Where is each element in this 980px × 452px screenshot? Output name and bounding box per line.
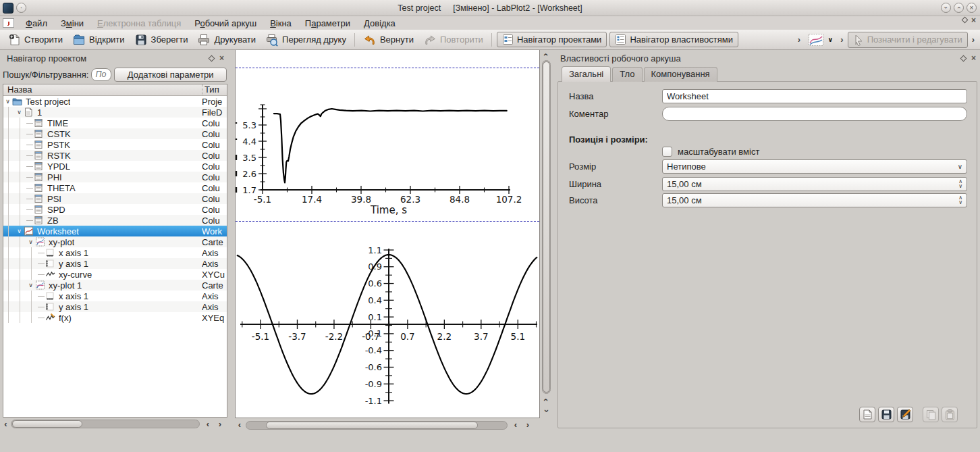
scroll-up-arrow[interactable]: ‹ (541, 395, 551, 405)
scroll-up-arrow[interactable]: ‹ (541, 50, 551, 59)
tab-general[interactable]: Загальні (562, 66, 611, 82)
expander-icon[interactable]: ∨ (26, 238, 35, 245)
print-preview-button[interactable]: Перегляд друку (261, 32, 351, 48)
open-button[interactable]: Відкрити (67, 32, 130, 48)
tree-row[interactable]: CSTKColu (3, 128, 227, 139)
column-header-type[interactable]: Тип (202, 84, 227, 95)
tree-row[interactable]: YPDLColu (3, 161, 227, 172)
tree-row[interactable]: PSIColu (3, 193, 227, 204)
dock-close-button[interactable]: × (219, 55, 224, 61)
comment-input[interactable] (662, 107, 967, 121)
tree-row[interactable]: SPDColu (3, 204, 227, 215)
properties-explorer-toggle[interactable]: Навігатор властивостями (609, 32, 738, 47)
menu-settings[interactable]: Параметри (299, 17, 356, 30)
xy-plot1-canvas[interactable]: 1.10.90.60.40.1-0.1-0.4-0.6-0.9-1.1-5.1-… (236, 221, 541, 418)
menu-help[interactable]: Довідка (358, 17, 402, 30)
menubar-float-button[interactable] (962, 17, 969, 24)
scrollbar-thumb[interactable] (543, 61, 550, 393)
tree-row[interactable]: TIMEColu (3, 118, 227, 128)
project-explorer-toggle[interactable]: Навігатор проектами (497, 32, 607, 47)
search-input[interactable] (91, 68, 111, 81)
tree-row[interactable]: THETAColu (3, 182, 227, 193)
worksheet-page[interactable]: 5.34.43.52.61.7-5.117.439.862.384.8107.2… (235, 50, 540, 418)
tab-layout[interactable]: Компонування (644, 67, 717, 82)
maximize-button[interactable]: ‹ (954, 3, 964, 13)
dock-close-button[interactable]: × (971, 55, 976, 61)
scrollbar-thumb[interactable] (12, 420, 82, 428)
tree-row[interactable]: ∨WorksheetWork (3, 226, 227, 236)
expander-icon[interactable]: ∨ (15, 109, 24, 116)
tree-guide (15, 150, 26, 161)
size-combobox[interactable]: Нетипове ∨ (662, 159, 967, 174)
scroll-down-arrow[interactable]: ‹ (541, 406, 551, 416)
tree-row[interactable]: ZBColu (3, 215, 227, 226)
spin-arrows-icon[interactable]: ∧∨ (958, 179, 962, 189)
tree-row[interactable]: y axis 1Axis (3, 258, 227, 269)
print-button[interactable]: Друкувати (192, 32, 261, 48)
tree-branch-line (26, 209, 33, 210)
tick-label: -0.7 (362, 331, 379, 342)
tree-row[interactable]: ∨1FileD (3, 107, 227, 118)
expander-icon[interactable]: ∨ (15, 228, 24, 234)
dock-float-button[interactable] (960, 55, 967, 61)
tree-guide (15, 128, 26, 139)
menubar-close-button[interactable]: × (971, 18, 976, 24)
menu-edit[interactable]: Зміни (55, 17, 90, 30)
menu-windows[interactable]: Вікна (264, 17, 298, 30)
advanced-options-button[interactable]: Додаткові параметри (114, 68, 227, 82)
scroll-left-arrow[interactable]: ‹ (510, 420, 521, 430)
scroll-left-arrow[interactable]: ‹ (235, 420, 244, 430)
minimize-button[interactable]: ‹ (941, 3, 951, 13)
save-button[interactable]: Зберегти (130, 32, 193, 48)
tree-row[interactable]: ∨Test projectProje (3, 96, 227, 107)
tree-row[interactable]: RSTKColu (3, 150, 227, 161)
save-as-template-button[interactable] (897, 407, 913, 422)
new-button[interactable]: Створити (3, 32, 67, 48)
scroll-right-arrow[interactable]: › (215, 420, 225, 429)
tree-row[interactable]: x axis 1Axis (3, 291, 227, 301)
width-spinbox[interactable]: 15,00 см ∧∨ (662, 177, 967, 191)
menu-file[interactable]: Файл (20, 17, 53, 30)
save-template-button[interactable] (878, 407, 894, 422)
tree-row[interactable]: x axis 1Axis (3, 247, 227, 258)
tree-row[interactable]: y axis 1Axis (3, 301, 227, 312)
menu-worksheet[interactable]: Робочий аркуш (188, 17, 263, 30)
tree-row[interactable]: xy-curveXYCu (3, 269, 227, 280)
tab-background[interactable]: Тло (612, 67, 642, 82)
spin-arrows-icon[interactable]: ∧∨ (958, 195, 962, 205)
new-plot-dropdown[interactable]: ∨ (803, 32, 838, 48)
scroll-left-arrow[interactable]: ‹ (202, 420, 213, 429)
scale-content-checkbox[interactable] (662, 147, 672, 157)
scrollbar-thumb[interactable] (266, 422, 478, 429)
tree-item-type: Colu (202, 183, 227, 193)
tree-item-type: Colu (202, 172, 227, 182)
xy-plot-canvas[interactable]: 5.34.43.52.61.7-5.117.439.862.384.8107.2… (236, 50, 541, 221)
column-header-name[interactable]: Назва (3, 84, 202, 95)
dock-float-button[interactable] (209, 55, 215, 61)
tree-item-type: Colu (202, 205, 227, 215)
toolbar-overflow-chevron[interactable]: › (795, 34, 803, 45)
tree-horizontal-scrollbar[interactable]: ‹ ‹ › (1, 419, 228, 430)
expander-icon[interactable]: ∨ (26, 282, 35, 288)
close-button[interactable]: × (967, 3, 977, 13)
expander-icon[interactable]: ∨ (3, 98, 12, 105)
tree-item-label: TIME (47, 118, 68, 128)
tree-row[interactable]: PHIColu (3, 172, 227, 182)
menubar: Файл Зміни Електронна таблиця Робочий ар… (0, 16, 980, 30)
height-spinbox[interactable]: 15,00 см ∧∨ (662, 193, 967, 207)
name-input[interactable] (662, 89, 967, 103)
scroll-right-arrow[interactable]: › (522, 420, 533, 430)
toolbar-overflow-chevron[interactable]: › (969, 34, 977, 45)
load-template-button[interactable] (859, 407, 875, 422)
worksheet-horizontal-scrollbar[interactable]: ‹ ‹ › (235, 420, 540, 430)
worksheet-vertical-scrollbar[interactable]: ‹ ‹ ‹ (541, 50, 551, 418)
undo-button[interactable]: Вернути (358, 32, 418, 48)
tree-row[interactable]: f(x)XYEq (3, 312, 227, 323)
tree-row[interactable]: PSTKColu (3, 139, 227, 150)
tree-guide (15, 172, 26, 182)
tree-guide (3, 280, 15, 291)
tree-row[interactable]: ∨xy-plot 1Carte (3, 280, 227, 291)
tree-row[interactable]: ∨xy-plotCarte (3, 236, 227, 247)
scroll-left-arrow[interactable]: ‹ (1, 420, 10, 429)
toolbar-overflow-chevron[interactable]: › (838, 34, 846, 45)
